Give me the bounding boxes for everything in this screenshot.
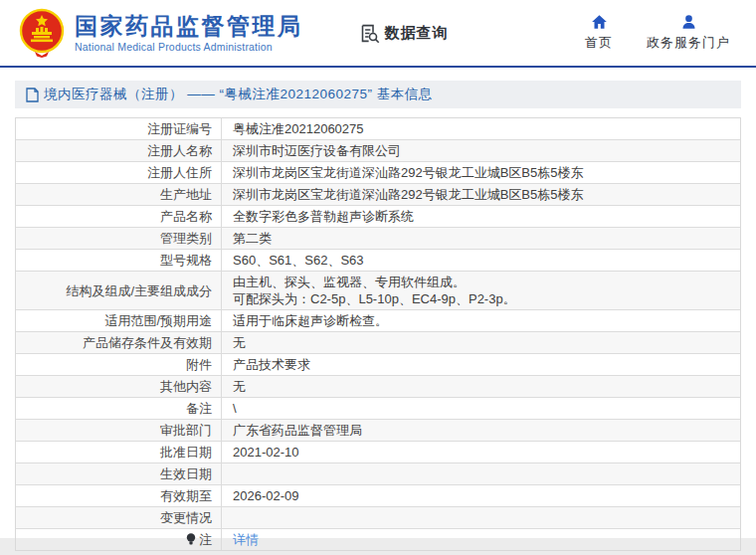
org-name-en: National Medical Products Administration: [75, 41, 303, 53]
row-value: 2026-02-09: [222, 485, 740, 506]
row-value: 产品技术要求: [222, 354, 740, 375]
info-table: 注册证编号 粤械注准20212060275 注册人名称 深圳市时迈医疗设备有限公…: [15, 117, 741, 551]
row-value: 无: [222, 332, 740, 353]
nav-home[interactable]: 首页: [585, 14, 613, 52]
row-label: 注册证编号: [147, 120, 212, 137]
table-row: 备注 \: [16, 397, 740, 419]
user-icon: [680, 14, 697, 30]
row-label: 生产地址: [160, 186, 212, 203]
row-label: 有效期至: [160, 487, 212, 504]
table-row: 注册人住所 深圳市龙岗区宝龙街道深汕路292号银龙工业城B区B5栋5楼东: [16, 161, 740, 183]
row-value[interactable]: 详情: [222, 529, 740, 550]
row-label: 产品储存条件及有效期: [83, 334, 212, 351]
document-search-icon: [359, 23, 380, 44]
row-label: 备注: [186, 400, 212, 417]
row-label: 注: [199, 531, 212, 548]
nav-gov-portal-label: 政务服务门户: [647, 34, 730, 52]
row-value: [222, 507, 740, 528]
table-row: 变更情况: [16, 506, 740, 528]
row-label: 产品名称: [160, 208, 212, 225]
table-row: 管理类别 第二类: [16, 227, 740, 249]
data-query-label: 数据查询: [385, 24, 449, 43]
row-label: 附件: [186, 356, 212, 373]
row-label: 其他内容: [160, 378, 212, 395]
table-row: 注 详情: [16, 528, 740, 550]
table-row: 批准日期 2021-02-10: [16, 441, 740, 462]
row-value: [222, 463, 740, 484]
row-value: 粤械注准20212060275: [222, 118, 740, 139]
site-header: 国家药品监督管理局 National Medical Products Admi…: [0, 0, 756, 68]
table-row: 型号规格 S60、S61、S62、S63: [16, 249, 740, 271]
table-row: 产品储存条件及有效期 无: [16, 331, 740, 353]
row-label: 批准日期: [160, 444, 212, 461]
nav-home-label: 首页: [585, 34, 613, 52]
table-row: 审批部门 广东省药品监督管理局: [16, 419, 740, 441]
home-icon: [591, 14, 608, 30]
page-title: 境内医疗器械（注册） —— “粤械注准20212060275” 基本信息: [44, 86, 433, 103]
brand-text: 国家药品监督管理局 National Medical Products Admi…: [75, 13, 303, 53]
row-label: 适用范围/预期用途: [104, 312, 212, 329]
national-emblem-icon: [18, 8, 66, 58]
row-label: 注册人住所: [147, 164, 212, 181]
table-row: 附件 产品技术要求: [16, 353, 740, 375]
data-query-tab[interactable]: 数据查询: [359, 23, 449, 44]
row-label: 变更情况: [160, 509, 212, 526]
page: 国家药品监督管理局 National Medical Products Admi…: [0, 0, 756, 538]
row-value: 由主机、探头、监视器、专用软件组成。 可配探头为：C2-5p、L5-10p、EC…: [222, 272, 740, 309]
row-label: 结构及组成/主要组成成分: [66, 282, 212, 299]
row-value: 2021-02-10: [222, 442, 740, 462]
row-label: 注册人名称: [147, 142, 212, 159]
table-row: 产品名称 全数字彩色多普勒超声诊断系统: [16, 205, 740, 227]
row-value: 适用于临床超声诊断检查。: [222, 310, 740, 331]
row-value: \: [222, 398, 740, 419]
row-value: 深圳市时迈医疗设备有限公司: [222, 140, 740, 161]
row-value: 深圳市龙岗区宝龙街道深汕路292号银龙工业城B区B5栋5楼东: [222, 184, 740, 205]
row-label: 审批部门: [160, 422, 212, 439]
table-row: 其他内容 无: [16, 375, 740, 397]
table-row: 注册证编号 粤械注准20212060275: [16, 118, 740, 139]
document-icon: [26, 88, 39, 102]
table-row: 生效日期: [16, 462, 740, 484]
table-row: 生产地址 深圳市龙岗区宝龙街道深汕路292号银龙工业城B区B5栋5楼东: [16, 183, 740, 205]
breadcrumb: 境内医疗器械（注册） —— “粤械注准20212060275” 基本信息: [15, 81, 741, 108]
table-row: 适用范围/预期用途 适用于临床超声诊断检查。: [16, 309, 740, 331]
row-value: 第二类: [222, 228, 740, 249]
table-row: 有效期至 2026-02-09: [16, 484, 740, 506]
top-nav: 首页 政务服务门户: [585, 14, 730, 52]
table-row: 注册人名称 深圳市时迈医疗设备有限公司: [16, 139, 740, 161]
row-label: 生效日期: [160, 465, 212, 482]
row-value: S60、S61、S62、S63: [222, 250, 740, 271]
bulb-icon: [186, 533, 196, 546]
nav-gov-portal[interactable]: 政务服务门户: [647, 14, 730, 52]
row-value: 深圳市龙岗区宝龙街道深汕路292号银龙工业城B区B5栋5楼东: [222, 162, 740, 183]
row-value: 无: [222, 376, 740, 397]
brand: 国家药品监督管理局 National Medical Products Admi…: [18, 8, 303, 58]
table-row: 结构及组成/主要组成成分 由主机、探头、监视器、专用软件组成。 可配探头为：C2…: [16, 271, 740, 309]
row-value: 广东省药品监督管理局: [222, 420, 740, 441]
row-label: 管理类别: [160, 230, 212, 247]
org-name-cn: 国家药品监督管理局: [75, 13, 303, 39]
row-value: 全数字彩色多普勒超声诊断系统: [222, 206, 740, 227]
row-label: 型号规格: [160, 252, 212, 269]
